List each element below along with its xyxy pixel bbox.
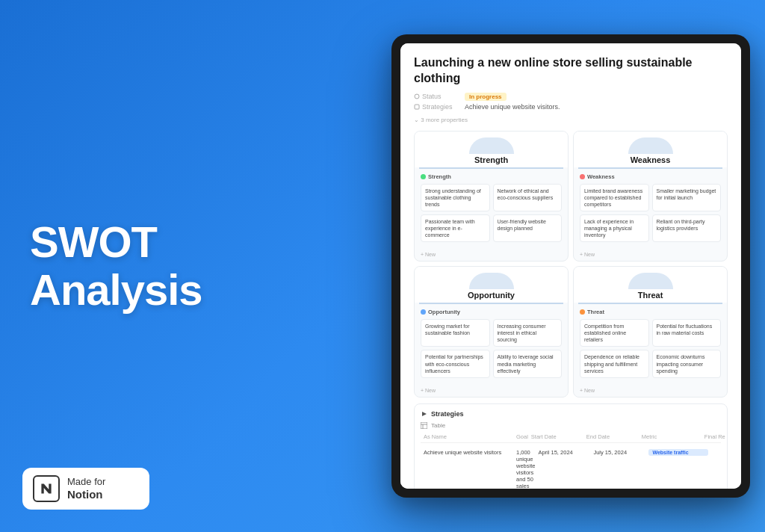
- weakness-dot: [580, 174, 585, 179]
- opportunity-header: Opportunity: [415, 267, 568, 303]
- svg-rect-3: [421, 422, 427, 429]
- threat-footer: + New: [574, 386, 727, 397]
- row-end-date: July 15, 2024: [593, 449, 645, 456]
- opportunity-title: Opportunity: [419, 291, 563, 300]
- threat-quadrant: Threat Threat Competition from establish…: [573, 266, 728, 398]
- strength-title: Strength: [419, 155, 563, 164]
- mockup-container: Launching a new online store selling sus…: [391, 34, 750, 498]
- col-name: As Name: [424, 433, 513, 440]
- weakness-item-2: Smaller marketing budget for initial lau…: [652, 184, 722, 211]
- col-end: End Date: [586, 433, 639, 440]
- threat-item-2: Potential for fluctuations in raw materi…: [652, 319, 722, 347]
- svg-rect-2: [415, 105, 419, 109]
- opportunity-item-4: Ability to leverage social media marketi…: [493, 350, 563, 377]
- row-name: Achieve unique website visitors: [424, 449, 513, 456]
- opportunity-section-label: Opportunity: [421, 309, 562, 315]
- weakness-item-4: Reliant on third-party logistics provide…: [652, 214, 722, 242]
- col-start: Start Date: [531, 433, 583, 440]
- threat-items: Competition from established online reta…: [580, 319, 721, 378]
- svg-point-1: [415, 94, 419, 99]
- opportunity-body: Opportunity Growing market for sustainab…: [415, 304, 568, 386]
- row-goal: 1,000 unique website visitors and 50 sal…: [516, 449, 535, 489]
- hero-title: SWOT Analysis: [30, 218, 314, 314]
- weakness-footer: + New: [574, 250, 727, 261]
- strength-item-2: Network of ethical and eco-conscious sup…: [493, 184, 563, 211]
- weakness-items: Limited brand awareness compared to esta…: [580, 184, 721, 243]
- strength-item-1: Strong understanding of sustainable clot…: [421, 184, 490, 211]
- weakness-title: Weakness: [578, 155, 722, 164]
- threat-item-4: Economic downturns impacting consumer sp…: [652, 350, 722, 377]
- more-props: ⌄ 3 more properties: [414, 117, 728, 123]
- strategies-value: Achieve unique website visitors.: [465, 103, 560, 111]
- weakness-quadrant: Weakness Weakness Limited brand awarenes…: [573, 131, 728, 262]
- tablet-frame: Launching a new online store selling sus…: [391, 34, 750, 498]
- made-for-label: Made for: [67, 476, 105, 488]
- strength-item-4: User-friendly website design planned: [493, 214, 563, 242]
- left-panel: SWOT Analysis: [30, 218, 314, 314]
- prop-row-status: Status In progress: [414, 93, 728, 101]
- threat-item-1: Competition from established online reta…: [580, 319, 649, 347]
- row-start-date: April 15, 2024: [538, 449, 590, 456]
- row-metric-badge: Website traffic: [648, 449, 708, 456]
- table-label: Table: [421, 422, 721, 429]
- notion-page: Launching a new online store selling sus…: [400, 43, 741, 489]
- weakness-item-3: Lack of experience in managing a physica…: [580, 214, 649, 242]
- threat-section-label: Threat: [580, 309, 721, 315]
- notion-label: Notion: [67, 488, 105, 501]
- strength-item-3: Passionate team with experience in e-com…: [421, 214, 490, 242]
- tablet-screen: Launching a new online store selling sus…: [400, 43, 741, 489]
- threat-item-3: Dependence on reliable shipping and fulf…: [580, 350, 649, 377]
- page-title: Launching a new online store selling sus…: [414, 55, 728, 87]
- opportunity-items: Growing market for sustainable fashion I…: [421, 319, 562, 378]
- notion-icon: [33, 475, 60, 502]
- notion-text: Made for Notion: [67, 476, 105, 501]
- opportunity-item-2: Increasing consumer interest in ethical …: [493, 319, 563, 347]
- threat-body: Threat Competition from established onli…: [574, 304, 727, 386]
- weakness-item-1: Limited brand awareness compared to esta…: [580, 184, 649, 211]
- opportunity-item-3: Potential for partnerships with eco-cons…: [421, 350, 490, 377]
- status-label: Status: [414, 93, 459, 100]
- strategies-table-row: Achieve unique website visitors 1,000 un…: [421, 446, 721, 489]
- opportunity-footer: + New: [415, 386, 568, 397]
- strategies-section: Strategies Table As Name Goal Start Date…: [414, 403, 728, 489]
- strength-arch: [469, 137, 514, 154]
- strength-section-label: Strength: [421, 173, 562, 180]
- strategies-table-header: As Name Goal Start Date End Date Metric …: [421, 431, 721, 443]
- opportunity-dot: [421, 309, 426, 315]
- opportunity-arch: [469, 273, 514, 289]
- threat-dot: [580, 309, 585, 315]
- opportunity-item-1: Growing market for sustainable fashion: [421, 319, 490, 347]
- strength-body: Strength Strong understanding of sustain…: [415, 169, 568, 250]
- col-goal: Goal: [516, 433, 528, 440]
- strength-quadrant: Strength Strength Strong understanding o…: [414, 131, 569, 262]
- col-metric: Metric: [642, 433, 701, 440]
- strength-items: Strong understanding of sustainable clot…: [421, 184, 562, 243]
- weakness-section-label: Weakness: [580, 173, 721, 180]
- strength-dot: [421, 174, 426, 179]
- weakness-header: Weakness: [574, 132, 727, 167]
- weakness-arch: [628, 137, 673, 154]
- page-props: Status In progress Strategies Achieve un…: [414, 93, 728, 111]
- status-badge: In progress: [465, 93, 507, 101]
- swot-grid: Strength Strength Strong understanding o…: [414, 131, 728, 398]
- threat-header: Threat: [574, 267, 727, 303]
- strategies-section-header: Strategies: [421, 410, 721, 418]
- threat-title: Threat: [578, 291, 722, 300]
- strength-header: Strength: [415, 132, 568, 167]
- strength-footer: + New: [415, 250, 568, 261]
- notion-badge: Made for Notion: [22, 468, 149, 510]
- threat-arch: [628, 273, 673, 289]
- weakness-body: Weakness Limited brand awareness compare…: [574, 169, 727, 250]
- prop-row-strategies: Strategies Achieve unique website visito…: [414, 103, 728, 111]
- strategies-label: Strategies: [414, 103, 459, 111]
- opportunity-quadrant: Opportunity Opportunity Growing market f…: [414, 266, 569, 398]
- col-final: Final Re: [704, 433, 741, 440]
